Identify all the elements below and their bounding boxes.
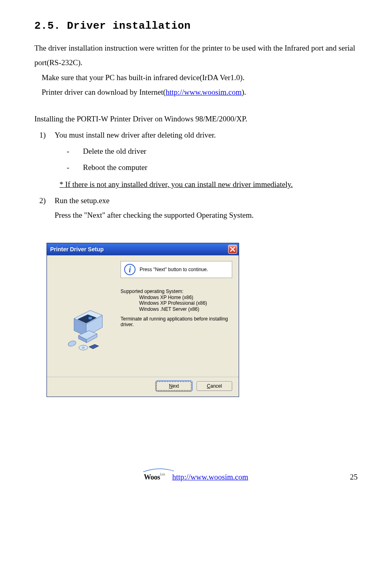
paragraph-1: The driver installation instruction were… [34,41,358,70]
woosim-logo: Woosi.m [144,470,165,484]
list-item-2: 2) Run the setup.exe [34,193,358,208]
cancel-button[interactable]: Cancel [197,381,232,391]
li1-number: 1) [34,128,55,142]
os-item-3: Windows .NET Server (x86) [139,306,232,312]
p3-pre: Printer driver can download by Internet( [42,88,166,96]
info-text: Press "Next" button to continue. [140,267,208,272]
list-item-1: 1) You must install new driver after del… [34,128,358,142]
os-item-1: Windows XP Home (x86) [139,295,232,300]
paragraph-3: Printer driver can download by Internet(… [42,85,358,100]
li1-text: You must install new driver after deleti… [55,128,358,142]
os-item-2: Windows XP Professional (x86) [139,300,232,306]
li2-sub: Press the "Next" after checking the supp… [55,208,358,223]
close-icon [230,247,235,252]
dash-icon: - [67,144,83,159]
next-button[interactable]: Next [156,381,192,391]
download-link[interactable]: http://www.woosim.com [166,88,242,96]
paragraph-4: Installing the PORTI-W Printer Driver on… [34,112,358,126]
li1-sub-b: - Reboot the computer [67,160,358,175]
li1-note: * If there is not any installed driver, … [59,177,358,192]
svg-point-10 [82,347,85,348]
info-box: i Press "Next" button to continue. [121,261,232,278]
terminate-note: Terminate all running applications befor… [121,316,232,328]
dash-icon: - [67,160,83,175]
svg-point-8 [68,340,77,347]
page-number: 25 [350,470,358,484]
cancel-accel: C [207,383,210,389]
printer-driver-setup-dialog: Printer Driver Setup [47,243,239,397]
computer-icon [60,299,112,352]
li1-sub-b-text: Reboot the computer [83,160,147,175]
section-heading: 2.5. Driver installation [34,16,358,36]
os-heading: Supported operating System: [121,289,232,294]
page-footer: Woosi.m http://www.woosim.com 25 [34,470,358,484]
dialog-button-row: Next Cancel [47,377,239,397]
svg-marker-11 [89,344,99,349]
titlebar: Printer Driver Setup [47,243,239,255]
dialog-graphic-pane [52,261,121,374]
li1-sub-a: - Delete the old driver [67,144,358,159]
li2-number: 2) [34,193,55,208]
paragraph-2: Make sure that your PC has built-in infr… [42,70,358,85]
logo-swoosh-icon [142,468,175,473]
footer-link[interactable]: http://www.woosim.com [172,470,248,484]
svg-rect-4 [89,317,92,319]
supported-os-block: Supported operating System: Windows XP H… [121,289,232,312]
next-post: ext [172,383,179,389]
logo-main: Woos [144,473,160,481]
close-button[interactable] [228,245,237,254]
info-icon: i [124,264,136,275]
cancel-post: ancel [210,383,222,389]
li1-sub-a-text: Delete the old driver [83,144,146,159]
li2-text: Run the setup.exe [55,193,358,208]
dialog-title: Printer Driver Setup [50,246,104,253]
p3-post: ). [242,88,246,96]
